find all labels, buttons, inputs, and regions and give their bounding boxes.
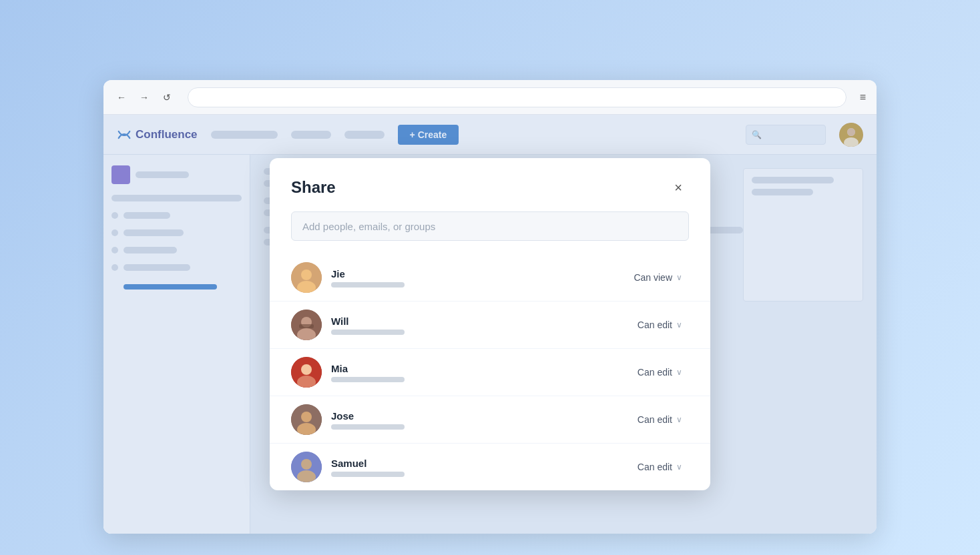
share-name-jose: Jose bbox=[331, 410, 622, 422]
share-info-will: Will bbox=[331, 316, 622, 335]
share-email-placeholder-samuel bbox=[331, 472, 405, 477]
svg-point-16 bbox=[301, 412, 312, 422]
avatar-jose bbox=[291, 404, 322, 435]
close-button[interactable]: × bbox=[668, 177, 689, 198]
chevron-down-icon-jie: ∨ bbox=[676, 273, 682, 282]
share-info-mia: Mia bbox=[331, 363, 622, 382]
chevron-down-icon-jose: ∨ bbox=[676, 415, 682, 424]
people-search-input[interactable]: Add people, emails, or groups bbox=[291, 211, 689, 241]
svg-rect-10 bbox=[299, 324, 314, 328]
permission-label-samuel: Can edit bbox=[638, 462, 672, 472]
share-info-samuel: Samuel bbox=[331, 458, 622, 477]
avatar-will bbox=[291, 310, 322, 340]
url-bar[interactable] bbox=[188, 87, 846, 107]
permission-dropdown-will[interactable]: Can edit ∨ bbox=[631, 316, 689, 334]
permission-label-jie: Can view bbox=[634, 272, 672, 283]
share-modal: Share × Add people, emails, or groups bbox=[270, 158, 710, 490]
search-placeholder-text: Add people, emails, or groups bbox=[302, 221, 435, 232]
svg-point-19 bbox=[301, 459, 312, 470]
share-item-will: Will Can edit ∨ bbox=[270, 301, 710, 348]
share-name-jie: Jie bbox=[331, 268, 618, 280]
browser-window: ← → ↺ ≡ Confluence + Create 🔍 bbox=[103, 80, 877, 534]
refresh-button[interactable]: ↺ bbox=[160, 90, 174, 105]
share-email-placeholder-jose bbox=[331, 424, 405, 430]
chevron-down-icon-mia: ∨ bbox=[676, 368, 682, 377]
avatar-jie bbox=[291, 262, 322, 293]
share-name-will: Will bbox=[331, 316, 622, 327]
share-item-jose: Jose Can edit ∨ bbox=[270, 396, 710, 443]
svg-point-5 bbox=[301, 269, 312, 280]
back-button[interactable]: ← bbox=[114, 90, 129, 105]
chevron-down-icon-samuel: ∨ bbox=[676, 462, 682, 472]
share-info-jie: Jie bbox=[331, 268, 618, 288]
svg-point-12 bbox=[301, 364, 312, 375]
share-list: Jie Can view ∨ bbox=[270, 254, 710, 490]
avatar-samuel bbox=[291, 452, 322, 482]
browser-menu-button[interactable]: ≡ bbox=[860, 91, 866, 103]
permission-dropdown-mia[interactable]: Can edit ∨ bbox=[631, 363, 689, 382]
permission-label-will: Can edit bbox=[638, 320, 672, 330]
permission-dropdown-jie[interactable]: Can view ∨ bbox=[627, 268, 689, 287]
modal-overlay: Share × Add people, emails, or groups bbox=[103, 115, 877, 534]
avatar-mia bbox=[291, 357, 322, 388]
chevron-down-icon-will: ∨ bbox=[676, 320, 682, 330]
share-name-samuel: Samuel bbox=[331, 458, 622, 469]
share-name-mia: Mia bbox=[331, 363, 622, 374]
permission-label-mia: Can edit bbox=[638, 367, 672, 378]
permission-dropdown-samuel[interactable]: Can edit ∨ bbox=[631, 458, 689, 476]
share-item-mia: Mia Can edit ∨ bbox=[270, 348, 710, 396]
forward-button[interactable]: → bbox=[137, 90, 152, 105]
app-content: Confluence + Create 🔍 bbox=[103, 115, 877, 534]
share-email-placeholder-mia bbox=[331, 377, 405, 382]
browser-toolbar: ← → ↺ ≡ bbox=[103, 80, 877, 115]
share-info-jose: Jose bbox=[331, 410, 622, 430]
permission-label-jose: Can edit bbox=[638, 414, 672, 425]
permission-dropdown-jose[interactable]: Can edit ∨ bbox=[631, 410, 689, 429]
share-email-placeholder-jie bbox=[331, 282, 405, 288]
share-item-samuel: Samuel Can edit ∨ bbox=[270, 443, 710, 490]
modal-header: Share × bbox=[270, 158, 710, 211]
share-email-placeholder-will bbox=[331, 330, 405, 335]
share-item-jie: Jie Can view ∨ bbox=[270, 254, 710, 301]
modal-title: Share bbox=[291, 178, 336, 197]
